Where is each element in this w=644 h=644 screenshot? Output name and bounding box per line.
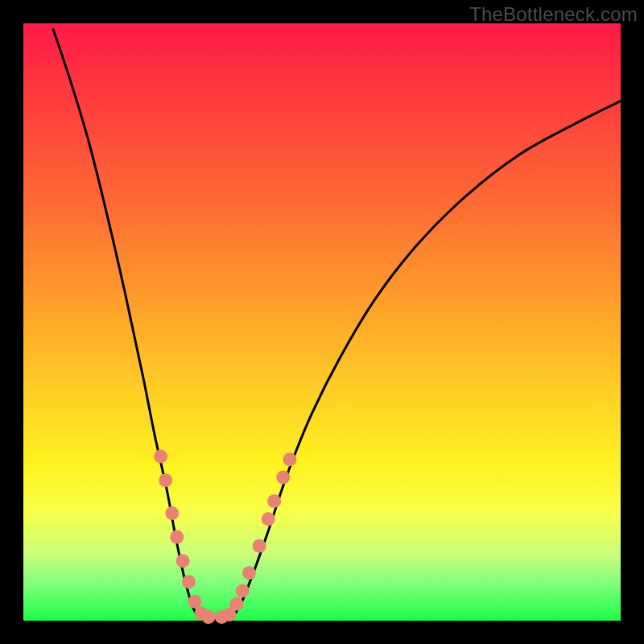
data-marker xyxy=(262,512,275,526)
markers-group xyxy=(154,449,296,624)
data-marker xyxy=(236,584,250,597)
watermark-text: TheBottleneck.com xyxy=(469,3,638,26)
data-marker xyxy=(176,554,190,568)
data-marker xyxy=(283,452,296,466)
data-marker xyxy=(276,470,290,484)
data-marker xyxy=(202,610,216,624)
data-marker xyxy=(253,539,266,553)
data-marker xyxy=(159,473,172,487)
plot-area xyxy=(23,23,621,621)
data-marker xyxy=(165,506,179,520)
data-marker xyxy=(182,575,196,588)
chart-frame: TheBottleneck.com xyxy=(0,0,644,644)
chart-svg xyxy=(23,23,621,621)
data-marker xyxy=(267,494,281,508)
data-marker xyxy=(229,597,243,611)
data-marker xyxy=(242,566,256,580)
curve-left-curve xyxy=(53,29,201,617)
data-marker xyxy=(188,595,201,609)
data-marker xyxy=(170,530,184,544)
data-marker xyxy=(154,449,167,463)
curves-group xyxy=(53,29,621,619)
curve-right-curve xyxy=(233,101,621,617)
